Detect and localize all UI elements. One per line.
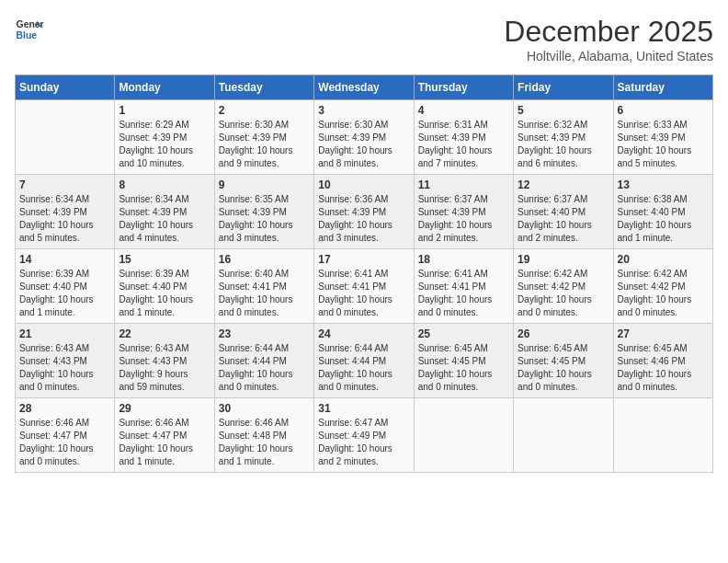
calendar-cell: 3Sunrise: 6:30 AM Sunset: 4:39 PM Daylig… — [314, 100, 414, 175]
day-info: Sunrise: 6:38 AM Sunset: 4:40 PM Dayligh… — [618, 193, 709, 245]
day-info: Sunrise: 6:37 AM Sunset: 4:39 PM Dayligh… — [418, 193, 509, 245]
calendar-cell: 10Sunrise: 6:36 AM Sunset: 4:39 PM Dayli… — [314, 175, 414, 249]
day-info: Sunrise: 6:45 AM Sunset: 4:45 PM Dayligh… — [418, 342, 509, 394]
calendar-cell: 7Sunrise: 6:34 AM Sunset: 4:39 PM Daylig… — [16, 175, 115, 249]
calendar-cell: 30Sunrise: 6:46 AM Sunset: 4:48 PM Dayli… — [214, 398, 313, 473]
day-number: 23 — [219, 327, 310, 340]
day-number: 2 — [219, 104, 310, 117]
calendar-cell: 12Sunrise: 6:37 AM Sunset: 4:40 PM Dayli… — [514, 175, 613, 249]
calendar-cell: 1Sunrise: 6:29 AM Sunset: 4:39 PM Daylig… — [115, 100, 214, 175]
calendar-cell: 5Sunrise: 6:32 AM Sunset: 4:39 PM Daylig… — [514, 100, 613, 175]
calendar-cell: 9Sunrise: 6:35 AM Sunset: 4:39 PM Daylig… — [214, 175, 313, 249]
day-info: Sunrise: 6:34 AM Sunset: 4:39 PM Dayligh… — [119, 193, 210, 245]
calendar-cell: 22Sunrise: 6:43 AM Sunset: 4:43 PM Dayli… — [115, 324, 214, 398]
day-info: Sunrise: 6:46 AM Sunset: 4:47 PM Dayligh… — [19, 417, 110, 468]
calendar-cell: 13Sunrise: 6:38 AM Sunset: 4:40 PM Dayli… — [613, 175, 712, 249]
day-info: Sunrise: 6:40 AM Sunset: 4:41 PM Dayligh… — [219, 268, 310, 319]
logo: General Blue — [15, 15, 44, 44]
calendar-cell: 16Sunrise: 6:40 AM Sunset: 4:41 PM Dayli… — [214, 249, 313, 324]
calendar-cell: 20Sunrise: 6:42 AM Sunset: 4:42 PM Dayli… — [613, 249, 712, 324]
day-number: 5 — [518, 104, 609, 117]
weekday-header-tuesday: Tuesday — [214, 75, 313, 100]
calendar-cell: 28Sunrise: 6:46 AM Sunset: 4:47 PM Dayli… — [16, 398, 115, 473]
day-number: 25 — [418, 327, 509, 340]
day-info: Sunrise: 6:47 AM Sunset: 4:49 PM Dayligh… — [318, 417, 409, 468]
calendar-table: SundayMondayTuesdayWednesdayThursdayFrid… — [15, 75, 713, 473]
day-number: 30 — [219, 402, 310, 415]
day-number: 31 — [318, 402, 409, 415]
day-info: Sunrise: 6:34 AM Sunset: 4:39 PM Dayligh… — [19, 193, 110, 245]
day-number: 13 — [618, 178, 709, 191]
calendar-cell — [514, 398, 613, 473]
weekday-header-monday: Monday — [115, 75, 214, 100]
day-info: Sunrise: 6:33 AM Sunset: 4:39 PM Dayligh… — [618, 119, 709, 170]
calendar-cell: 15Sunrise: 6:39 AM Sunset: 4:40 PM Dayli… — [115, 249, 214, 324]
day-info: Sunrise: 6:31 AM Sunset: 4:39 PM Dayligh… — [418, 119, 509, 170]
day-info: Sunrise: 6:30 AM Sunset: 4:39 PM Dayligh… — [219, 119, 310, 170]
calendar-cell: 31Sunrise: 6:47 AM Sunset: 4:49 PM Dayli… — [314, 398, 414, 473]
weekday-header-sunday: Sunday — [16, 75, 115, 100]
day-number: 9 — [219, 178, 310, 191]
day-number: 20 — [618, 253, 709, 266]
day-info: Sunrise: 6:39 AM Sunset: 4:40 PM Dayligh… — [119, 268, 210, 319]
day-info: Sunrise: 6:37 AM Sunset: 4:40 PM Dayligh… — [518, 193, 609, 245]
day-number: 14 — [19, 253, 110, 266]
week-row-4: 21Sunrise: 6:43 AM Sunset: 4:43 PM Dayli… — [16, 324, 713, 398]
day-number: 11 — [418, 178, 509, 191]
calendar-cell: 26Sunrise: 6:45 AM Sunset: 4:45 PM Dayli… — [514, 324, 613, 398]
day-number: 18 — [418, 253, 509, 266]
title-area: December 2025 Holtville, Alabama, United… — [504, 15, 713, 63]
calendar-cell: 2Sunrise: 6:30 AM Sunset: 4:39 PM Daylig… — [214, 100, 313, 175]
calendar-cell: 8Sunrise: 6:34 AM Sunset: 4:39 PM Daylig… — [115, 175, 214, 249]
day-number: 27 — [618, 327, 709, 340]
day-number: 28 — [19, 402, 110, 415]
calendar-cell: 23Sunrise: 6:44 AM Sunset: 4:44 PM Dayli… — [214, 324, 313, 398]
day-info: Sunrise: 6:39 AM Sunset: 4:40 PM Dayligh… — [19, 268, 110, 319]
logo-icon: General Blue — [15, 15, 44, 44]
day-info: Sunrise: 6:41 AM Sunset: 4:41 PM Dayligh… — [318, 268, 409, 319]
day-info: Sunrise: 6:46 AM Sunset: 4:47 PM Dayligh… — [119, 417, 210, 468]
calendar-cell: 27Sunrise: 6:45 AM Sunset: 4:46 PM Dayli… — [613, 324, 712, 398]
day-info: Sunrise: 6:29 AM Sunset: 4:39 PM Dayligh… — [119, 119, 210, 170]
weekday-header-friday: Friday — [514, 75, 613, 100]
day-number: 1 — [119, 104, 210, 117]
calendar-cell — [16, 100, 115, 175]
weekday-header-wednesday: Wednesday — [314, 75, 414, 100]
day-number: 12 — [518, 178, 609, 191]
main-title: December 2025 — [504, 15, 713, 49]
weekday-header-thursday: Thursday — [414, 75, 513, 100]
calendar-cell: 14Sunrise: 6:39 AM Sunset: 4:40 PM Dayli… — [16, 249, 115, 324]
subtitle: Holtville, Alabama, United States — [504, 49, 713, 63]
calendar-cell: 11Sunrise: 6:37 AM Sunset: 4:39 PM Dayli… — [414, 175, 513, 249]
day-number: 16 — [219, 253, 310, 266]
day-info: Sunrise: 6:35 AM Sunset: 4:39 PM Dayligh… — [219, 193, 310, 245]
day-info: Sunrise: 6:45 AM Sunset: 4:45 PM Dayligh… — [518, 342, 609, 394]
week-row-3: 14Sunrise: 6:39 AM Sunset: 4:40 PM Dayli… — [16, 249, 713, 324]
day-info: Sunrise: 6:43 AM Sunset: 4:43 PM Dayligh… — [19, 342, 110, 394]
calendar-cell: 17Sunrise: 6:41 AM Sunset: 4:41 PM Dayli… — [314, 249, 414, 324]
calendar-cell: 21Sunrise: 6:43 AM Sunset: 4:43 PM Dayli… — [16, 324, 115, 398]
calendar-cell — [414, 398, 513, 473]
day-info: Sunrise: 6:30 AM Sunset: 4:39 PM Dayligh… — [318, 119, 409, 170]
day-number: 10 — [318, 178, 409, 191]
calendar-cell: 29Sunrise: 6:46 AM Sunset: 4:47 PM Dayli… — [115, 398, 214, 473]
day-number: 6 — [618, 104, 709, 117]
week-row-2: 7Sunrise: 6:34 AM Sunset: 4:39 PM Daylig… — [16, 175, 713, 249]
day-info: Sunrise: 6:42 AM Sunset: 4:42 PM Dayligh… — [618, 268, 709, 319]
day-info: Sunrise: 6:46 AM Sunset: 4:48 PM Dayligh… — [219, 417, 310, 468]
day-info: Sunrise: 6:45 AM Sunset: 4:46 PM Dayligh… — [618, 342, 709, 394]
day-info: Sunrise: 6:44 AM Sunset: 4:44 PM Dayligh… — [219, 342, 310, 394]
weekday-header-saturday: Saturday — [613, 75, 712, 100]
day-info: Sunrise: 6:36 AM Sunset: 4:39 PM Dayligh… — [318, 193, 409, 245]
day-number: 8 — [119, 178, 210, 191]
day-number: 3 — [318, 104, 409, 117]
day-number: 24 — [318, 327, 409, 340]
day-info: Sunrise: 6:44 AM Sunset: 4:44 PM Dayligh… — [318, 342, 409, 394]
calendar-cell: 25Sunrise: 6:45 AM Sunset: 4:45 PM Dayli… — [414, 324, 513, 398]
calendar-cell: 6Sunrise: 6:33 AM Sunset: 4:39 PM Daylig… — [613, 100, 712, 175]
calendar-cell — [613, 398, 712, 473]
day-info: Sunrise: 6:42 AM Sunset: 4:42 PM Dayligh… — [518, 268, 609, 319]
day-number: 17 — [318, 253, 409, 266]
day-number: 29 — [119, 402, 210, 415]
week-row-5: 28Sunrise: 6:46 AM Sunset: 4:47 PM Dayli… — [16, 398, 713, 473]
